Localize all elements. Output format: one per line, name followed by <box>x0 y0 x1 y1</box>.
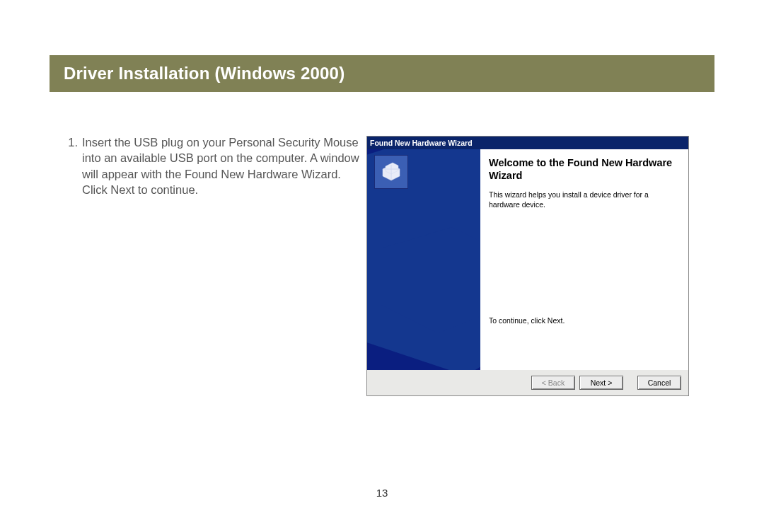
cancel-button[interactable]: Cancel <box>637 376 681 390</box>
section-title: Driver Installation (Windows 2000) <box>64 64 345 83</box>
section-banner: Driver Installation (Windows 2000) <box>50 55 714 92</box>
hardware-icon <box>374 155 408 189</box>
back-button[interactable]: < Back <box>531 376 575 390</box>
wizard-heading: Welcome to the Found New Hardware Wizard <box>489 156 680 182</box>
wizard-right-pane: Welcome to the Found New Hardware Wizard… <box>489 156 680 325</box>
wizard-side-panel <box>367 149 480 371</box>
wizard-description: This wizard helps you install a device d… <box>489 190 680 209</box>
next-button[interactable]: Next > <box>579 376 623 390</box>
page-number: 13 <box>0 487 764 499</box>
wizard-body: Welcome to the Found New Hardware Wizard… <box>367 149 688 371</box>
step-number: 1. <box>65 134 82 197</box>
wizard-continue-text: To continue, click Next. <box>489 316 680 325</box>
step-text: Insert the USB plug on your Personal Sec… <box>82 134 362 197</box>
wizard-screenshot: Found New Hardware Wizard <box>366 136 689 396</box>
document-page: Driver Installation (Windows 2000) 1. In… <box>0 0 764 532</box>
window-titlebar: Found New Hardware Wizard <box>367 137 688 149</box>
instruction-block: 1. Insert the USB plug on your Personal … <box>65 134 362 197</box>
step-1: 1. Insert the USB plug on your Personal … <box>65 134 362 197</box>
wizard-button-row: < Back Next > Cancel <box>367 370 688 395</box>
